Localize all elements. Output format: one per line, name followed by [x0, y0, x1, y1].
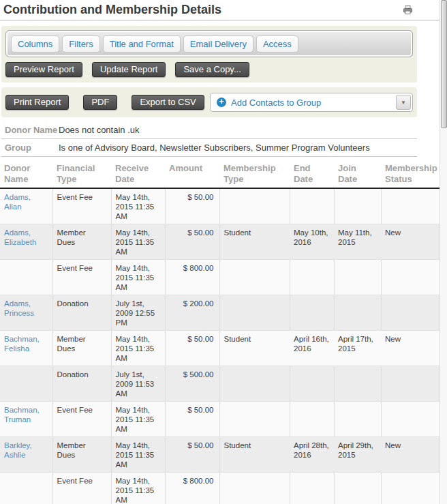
report-tabs: ColumnsFiltersTitle and FormatEmail Deli… [5, 30, 413, 57]
tab-access[interactable]: Access [256, 35, 298, 53]
filter-summary: Donor NameDoes not contain .ukGroupIs on… [1, 121, 417, 157]
vertical-scrollbar-track[interactable] [440, 0, 447, 504]
cell-amount: $ 50.00 [165, 331, 219, 366]
cell-membership-status [381, 188, 440, 224]
cell-join-date [334, 260, 381, 295]
cell-membership-status [381, 295, 440, 331]
cell-membership-status [381, 402, 440, 437]
cell-membership-status [381, 260, 440, 295]
column-header-membership-type: MembershipType [219, 161, 290, 188]
cell-donor: Barkley,Ashlie [0, 437, 52, 473]
cell-financial-type: Donation [52, 295, 111, 331]
pdf-button[interactable]: PDF [83, 95, 117, 110]
cell-membership-type [219, 260, 290, 295]
cell-receive-date: May 14th,2015 11:35AM [111, 188, 165, 224]
export-to-csv-button[interactable]: Export to CSV [132, 95, 204, 110]
cell-receive-date: July 1st,2009 12:55PM [111, 295, 165, 331]
cell-financial-type: Event Fee [52, 402, 111, 437]
save-a-copy-button[interactable]: Save a Copy... [175, 62, 249, 77]
donor-name-link[interactable]: Barkley,Ashlie [4, 441, 50, 460]
donor-name-link[interactable]: Adams,Elizabeth [4, 228, 50, 247]
cell-end-date [290, 188, 334, 224]
title-bar: Contribution and Membership Details [0, 0, 440, 20]
cell-financial-type: Event Fee [52, 473, 111, 504]
report-output-panel: Print ReportPDFExport to CSV + Add Conta… [1, 87, 417, 117]
cell-donor: Bachman,Felisha [0, 331, 52, 366]
cell-amount: $ 50.00 [165, 402, 219, 437]
page-title: Contribution and Membership Details [3, 3, 440, 17]
filter-row-group: GroupIs one of Advisory Board, Newslette… [1, 139, 417, 157]
cell-donor [0, 366, 52, 402]
cell-receive-date: July 1st,2009 11:53AM [111, 366, 165, 402]
cell-receive-date: May 14th,2015 11:35AM [111, 437, 165, 473]
column-header-donor-name: DonorName [0, 161, 52, 188]
cell-membership-status [381, 473, 440, 504]
cell-donor: Adams,Elizabeth [0, 224, 52, 260]
cell-join-date [334, 402, 381, 437]
cell-join-date [334, 295, 381, 331]
table-row: Adams,AllanEvent FeeMay 14th,2015 11:35A… [0, 188, 440, 224]
report-table: DonorNameFinancialTypeReceiveDateAmountM… [0, 161, 440, 504]
table-row: Event FeeMay 14th,2015 11:35AM$ 800.00 [0, 260, 440, 295]
cell-join-date: April 17th,2015 [334, 331, 381, 366]
cell-receive-date: May 14th,2015 11:35AM [111, 402, 165, 437]
cell-join-date [334, 366, 381, 402]
cell-amount: $ 800.00 [165, 260, 219, 295]
cell-join-date: April 29th,2015 [334, 437, 381, 473]
cell-membership-type [219, 295, 290, 331]
column-header-membership-status: MembershipStatus [381, 161, 440, 188]
cell-end-date: April 28th,2016 [290, 437, 334, 473]
column-header-join-date: JoinDate [334, 161, 381, 188]
report-settings-panel: ColumnsFiltersTitle and FormatEmail Deli… [1, 26, 417, 83]
cell-amount: $ 50.00 [165, 224, 219, 260]
table-header-row: DonorNameFinancialTypeReceiveDateAmountM… [0, 161, 440, 188]
cell-membership-type [219, 188, 290, 224]
donor-name-link[interactable]: Bachman,Truman [4, 405, 50, 424]
cell-end-date: May 10th,2016 [290, 224, 334, 260]
donor-name-link[interactable]: Bachman,Felisha [4, 334, 50, 353]
dropdown-arrow-button[interactable]: ▼ [396, 95, 411, 110]
chevron-down-icon: ▼ [401, 100, 406, 106]
column-header-receive-date: ReceiveDate [111, 161, 165, 188]
cell-membership-status: New [381, 331, 440, 366]
cell-amount: $ 50.00 [165, 188, 219, 224]
table-row: Adams,ElizabethMemberDuesMay 14th,2015 1… [0, 224, 440, 260]
cell-amount: $ 50.00 [165, 437, 219, 473]
cell-donor: Adams,Princess [0, 295, 52, 331]
cell-membership-type: Student [219, 437, 290, 473]
donor-name-link[interactable]: Adams,Princess [4, 299, 50, 318]
cell-membership-status [381, 366, 440, 402]
cell-amount: $ 800.00 [165, 473, 219, 504]
cell-donor: Bachman,Truman [0, 402, 52, 437]
vertical-scrollbar-thumb[interactable] [441, 0, 447, 128]
cell-financial-type: Event Fee [52, 260, 111, 295]
cell-end-date [290, 366, 334, 402]
cell-receive-date: May 14th,2015 11:35AM [111, 224, 165, 260]
donor-name-link[interactable]: Adams,Allan [4, 192, 50, 211]
tab-filters[interactable]: Filters [62, 35, 99, 53]
cell-join-date: May 11th,2015 [334, 224, 381, 260]
cell-receive-date: May 14th,2015 11:35AM [111, 473, 165, 504]
column-header-financial-type: FinancialType [52, 161, 111, 188]
update-report-button[interactable]: Update Report [92, 62, 166, 77]
report-page: Contribution and Membership Details Colu… [0, 0, 440, 504]
cell-financial-type: MemberDues [52, 437, 111, 473]
table-row: Event FeeMay 14th,2015 11:35AM$ 800.00 [0, 473, 440, 504]
tab-email-delivery[interactable]: Email Delivery [183, 35, 253, 53]
add-contacts-to-group-dropdown[interactable]: + Add Contacts to Group ▼ [210, 93, 413, 112]
filter-value: Is one of Advisory Board, Newsletter Sub… [59, 143, 370, 153]
table-row: Bachman,TrumanEvent FeeMay 14th,2015 11:… [0, 402, 440, 437]
printer-icon[interactable] [403, 5, 412, 14]
table-row: DonationJuly 1st,2009 11:53AM$ 500.00 [0, 366, 440, 402]
preview-report-button[interactable]: Preview Report [5, 62, 82, 77]
filter-label: Donor Name [1, 125, 59, 135]
cell-membership-type: Student [219, 224, 290, 260]
cell-end-date [290, 402, 334, 437]
tab-title-and-format[interactable]: Title and Format [103, 35, 181, 53]
cell-financial-type: MemberDues [52, 224, 111, 260]
filter-row-donor-name: Donor NameDoes not contain .uk [1, 121, 417, 139]
tab-columns[interactable]: Columns [11, 35, 59, 53]
column-header-amount: Amount [165, 161, 219, 188]
table-row: Adams,PrincessDonationJuly 1st,2009 12:5… [0, 295, 440, 331]
print-report-button[interactable]: Print Report [5, 95, 69, 110]
